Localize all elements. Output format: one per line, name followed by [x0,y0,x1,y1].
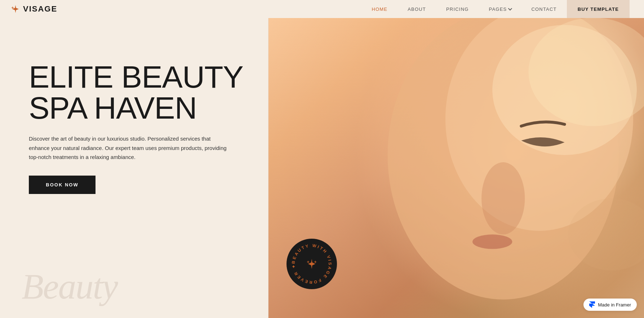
nav-about[interactable]: ABOUT [397,0,436,18]
nav-home[interactable]: HOME [361,0,397,18]
svg-point-3 [481,162,525,234]
circle-badge: BEAUTY WITH VISAGE FOREVER ✦ [287,239,337,289]
hero-title: ELITE BEAUTY SPA HAVEN [29,61,247,123]
navbar: VISAGE HOME ABOUT PRICING PAGES CONTACT … [0,0,644,18]
watermark-text: Beauty [22,266,117,307]
book-now-button[interactable]: BOOK NOW [29,176,96,194]
hero-description: Discover the art of beauty in our luxuri… [29,134,231,162]
nav-contact[interactable]: CONTACT [521,0,567,18]
framer-label: Made in Framer [598,302,631,308]
logo-icon [11,4,20,14]
nav-links: HOME ABOUT PRICING PAGES CONTACT BUY TEM… [361,0,630,18]
svg-point-4 [472,234,512,249]
hero-image: BEAUTY WITH VISAGE FOREVER ✦ [268,18,644,318]
nav-buy-template[interactable]: BUY TEMPLATE [567,0,630,18]
brand-name: VISAGE [23,4,57,14]
logo[interactable]: VISAGE [11,4,57,14]
nav-pages[interactable]: PAGES [479,0,521,18]
framer-icon [589,301,595,308]
badge-inner: BEAUTY WITH VISAGE FOREVER ✦ [287,239,337,289]
framer-badge[interactable]: Made in Framer [583,299,637,311]
badge-stars-icon [287,239,337,289]
hero-left: ELITE BEAUTY SPA HAVEN Discover the art … [0,18,268,318]
main-container: ELITE BEAUTY SPA HAVEN Discover the art … [0,18,644,318]
nav-pricing[interactable]: PRICING [436,0,479,18]
chevron-down-icon [508,6,512,10]
